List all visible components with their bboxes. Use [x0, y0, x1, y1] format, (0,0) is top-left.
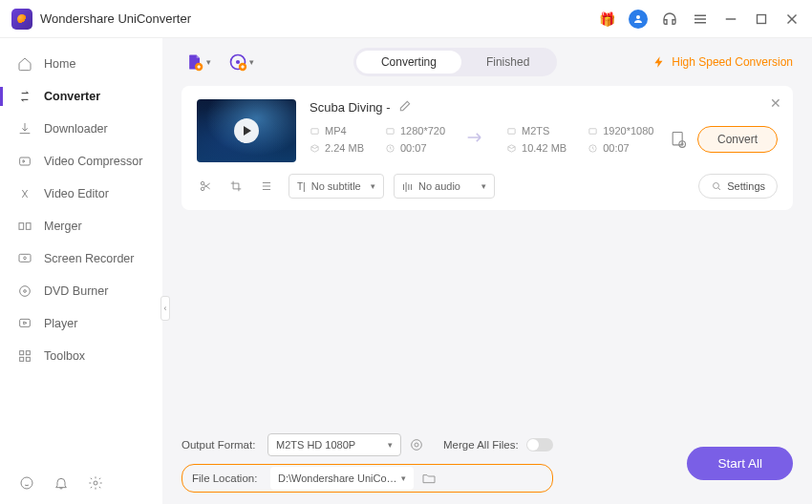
dvd-icon — [17, 284, 32, 299]
tab-group: Converting Finished — [353, 48, 557, 76]
app-logo — [11, 9, 32, 30]
convert-button[interactable]: Convert — [697, 126, 778, 153]
home-icon — [17, 56, 32, 72]
chevron-down-icon: ▾ — [206, 57, 211, 67]
svg-rect-26 — [311, 128, 318, 134]
svg-point-14 — [24, 290, 27, 293]
svg-point-39 — [714, 183, 719, 189]
svg-point-13 — [20, 286, 31, 297]
subtitle-dropdown[interactable]: T|No subtitle▾ — [288, 174, 384, 199]
hamburger-icon[interactable] — [692, 10, 709, 28]
svg-rect-27 — [387, 128, 394, 134]
tab-converting[interactable]: Converting — [356, 51, 461, 74]
svg-rect-5 — [758, 14, 766, 23]
source-meta: MP4 1280*720 2.24 MB 00:07 — [310, 125, 445, 154]
editor-icon — [17, 186, 32, 201]
feedback-icon[interactable] — [19, 475, 34, 491]
toolbox-icon — [17, 348, 32, 364]
sidebar-item-label: Merger — [44, 220, 82, 233]
sidebar-item-label: Home — [44, 57, 75, 71]
add-dvd-button[interactable]: ▾ — [224, 49, 258, 75]
svg-point-40 — [412, 440, 422, 451]
maximize-button[interactable] — [753, 10, 770, 28]
converter-icon — [17, 89, 32, 104]
toolbar: ▾ ▾ Converting Finished High Speed Conve… — [182, 38, 793, 86]
file-location-row: File Location: D:\Wondershare UniConvert… — [182, 464, 553, 493]
tab-finished[interactable]: Finished — [461, 51, 554, 74]
sidebar-item-label: Toolbox — [44, 349, 85, 363]
merge-toggle[interactable] — [526, 438, 553, 452]
merge-label: Merge All Files: — [443, 439, 519, 451]
sidebar: Home Converter Downloader Video Compress… — [0, 38, 162, 504]
sidebar-item-label: DVD Burner — [44, 284, 108, 298]
sidebar-item-converter[interactable]: Converter — [0, 80, 162, 113]
sidebar-item-player[interactable]: Player — [0, 307, 162, 340]
recorder-icon — [17, 251, 32, 266]
svg-rect-10 — [26, 223, 31, 230]
compressor-icon — [17, 154, 32, 169]
sidebar-item-downloader[interactable]: Downloader — [0, 113, 162, 145]
support-icon[interactable] — [661, 10, 678, 28]
sidebar-item-merger[interactable]: Merger — [0, 210, 162, 242]
svg-rect-18 — [20, 357, 24, 361]
arrow-icon — [466, 130, 485, 149]
sidebar-item-compressor[interactable]: Video Compressor — [0, 145, 162, 178]
high-speed-link[interactable]: High Speed Conversion — [652, 55, 793, 69]
sidebar-item-dvd[interactable]: DVD Burner — [0, 275, 162, 307]
start-all-button[interactable]: Start All — [687, 447, 793, 480]
sidebar-item-label: Player — [44, 317, 77, 330]
high-speed-label: High Speed Conversion — [672, 55, 793, 69]
svg-point-20 — [21, 477, 32, 489]
item-settings-button[interactable]: Settings — [698, 174, 778, 199]
gpu-accel-icon[interactable] — [409, 437, 424, 452]
sidebar-item-label: Video Compressor — [44, 155, 142, 168]
sidebar-item-label: Converter — [44, 90, 100, 103]
play-icon — [234, 118, 259, 143]
output-format-label: Output Format: — [182, 439, 260, 451]
minimize-button[interactable] — [722, 10, 739, 28]
gift-icon[interactable]: 🎁 — [598, 10, 615, 28]
file-location-label: File Location: — [192, 472, 263, 484]
add-file-button[interactable]: ▾ — [182, 49, 215, 75]
video-title: Scuba Diving - — [310, 100, 391, 115]
svg-rect-32 — [673, 133, 682, 145]
audio-dropdown[interactable]: ı|ııNo audio▾ — [394, 174, 495, 199]
svg-rect-16 — [20, 351, 24, 355]
output-format-dropdown[interactable]: M2TS HD 1080P▾ — [267, 433, 401, 456]
edit-title-button[interactable] — [398, 99, 412, 116]
crop-icon[interactable] — [229, 179, 243, 193]
trim-icon[interactable] — [199, 179, 212, 193]
app-title: Wondershare UniConverter — [40, 11, 191, 26]
output-settings-icon[interactable] — [669, 130, 688, 149]
sidebar-item-recorder[interactable]: Screen Recorder — [0, 242, 162, 275]
footer: Output Format: M2TS HD 1080P▾ Merge All … — [182, 433, 793, 493]
svg-rect-11 — [19, 254, 31, 262]
conversion-item: ✕ Scuba Diving - MP4 1280*720 2.24 MB 00… — [182, 86, 793, 210]
sidebar-collapse-handle[interactable]: ‹ — [160, 296, 170, 321]
svg-rect-15 — [20, 319, 31, 326]
svg-point-41 — [415, 443, 418, 447]
player-icon — [17, 316, 32, 331]
close-button[interactable] — [783, 10, 801, 28]
svg-rect-29 — [508, 128, 515, 134]
file-location-dropdown[interactable]: D:\Wondershare UniConverter▾ — [270, 467, 414, 490]
svg-point-12 — [24, 257, 27, 260]
effect-icon[interactable] — [260, 179, 273, 193]
notification-icon[interactable] — [53, 475, 69, 491]
svg-rect-17 — [26, 351, 30, 355]
target-meta: M2TS 1920*1080 10.42 MB 00:07 — [506, 125, 653, 154]
sidebar-item-home[interactable]: Home — [0, 48, 162, 80]
sidebar-item-editor[interactable]: Video Editor — [0, 178, 162, 210]
video-thumbnail[interactable] — [197, 99, 296, 162]
svg-point-24 — [236, 60, 240, 64]
settings-icon[interactable] — [88, 475, 103, 491]
sidebar-item-label: Screen Recorder — [44, 252, 135, 265]
svg-point-0 — [636, 15, 640, 19]
sidebar-item-label: Video Editor — [44, 187, 109, 200]
open-folder-icon[interactable] — [421, 471, 437, 486]
account-avatar[interactable] — [629, 10, 648, 29]
downloader-icon — [17, 121, 32, 136]
sidebar-item-toolbox[interactable]: Toolbox — [0, 340, 162, 372]
chevron-down-icon: ▾ — [249, 57, 254, 67]
close-item-button[interactable]: ✕ — [770, 95, 781, 111]
